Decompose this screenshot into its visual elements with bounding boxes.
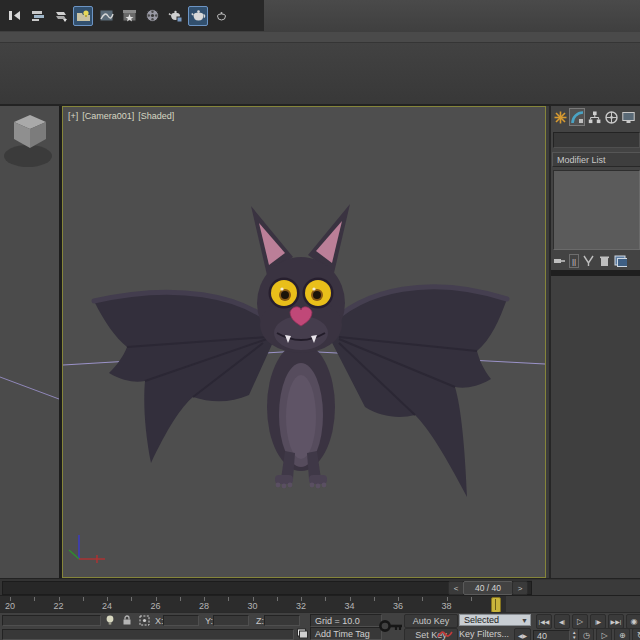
- key-filters-label: Key Filters...: [459, 629, 509, 639]
- trackbar-frame-label: 28: [199, 601, 209, 611]
- main-toolbar: [0, 0, 640, 33]
- go-to-end-icon: ▶▶|: [611, 618, 622, 625]
- render-setup-icon[interactable]: [119, 6, 139, 26]
- pan-button[interactable]: ⊕: [614, 628, 630, 640]
- cube-object[interactable]: [4, 115, 52, 167]
- trackbar-tick: [83, 597, 84, 601]
- playback-controls: |◀◀ ◀| ▷ |▶ ▶▶| ◉ ▦: [536, 614, 640, 629]
- show-end-result-icon[interactable]: ||: [569, 254, 579, 268]
- bat-model[interactable]: [94, 204, 507, 497]
- auto-key-label: Auto Key: [413, 616, 450, 626]
- prompt-line-field: [2, 629, 294, 640]
- lightbulb-icon[interactable]: [104, 614, 116, 628]
- trackbar-frame-label: 38: [441, 601, 451, 611]
- key-step-toggle-button[interactable]: ◀▶: [514, 628, 531, 640]
- go-to-start-icon: |◀◀: [539, 618, 550, 625]
- trackbar-frame-label: 32: [296, 601, 306, 611]
- tab-hierarchy[interactable]: [586, 108, 602, 126]
- remove-modifier-icon[interactable]: [598, 254, 611, 269]
- absolute-offset-mode-icon[interactable]: [138, 614, 151, 629]
- next-frame-button[interactable]: |▶: [590, 614, 606, 629]
- time-slider-row: < 40 / 40 >: [0, 578, 640, 595]
- trackbar-tick: [422, 597, 423, 601]
- layers-icon[interactable]: [27, 6, 47, 26]
- trackbar-tick: [131, 597, 132, 601]
- coord-y-field[interactable]: [213, 615, 249, 626]
- orbit-button[interactable]: ↻: [632, 628, 640, 640]
- tab-modify[interactable]: [569, 108, 585, 126]
- chevron-down-icon: ▼: [521, 617, 528, 624]
- viewport-left[interactable]: [0, 106, 59, 578]
- schematic-view-icon[interactable]: [50, 6, 70, 26]
- time-slider-prev-button[interactable]: <: [448, 581, 464, 595]
- key-filters-button[interactable]: Key Filters...: [456, 628, 512, 640]
- teapot-icon[interactable]: [188, 6, 208, 26]
- trackbar-tick: [277, 597, 278, 601]
- status-line-field[interactable]: [2, 615, 101, 626]
- video-icon[interactable]: [142, 6, 162, 26]
- trackbar-frame-label: 26: [150, 601, 160, 611]
- key-mode-toggle-button[interactable]: ◉: [626, 614, 640, 629]
- panel-empty-area: [551, 276, 640, 578]
- coord-z-field[interactable]: [264, 615, 300, 626]
- modifier-stack-list[interactable]: [553, 170, 640, 250]
- selection-lock-icon[interactable]: [121, 614, 133, 628]
- teapot-arrow-icon[interactable]: [165, 6, 185, 26]
- curve-editor-icon[interactable]: [96, 6, 116, 26]
- marker-center-line: [495, 599, 496, 610]
- tab-display[interactable]: [620, 108, 636, 126]
- time-slider-right-fill: [532, 580, 640, 595]
- selection-filter-dropdown[interactable]: Selected ▼: [459, 614, 531, 626]
- listener-window-icon[interactable]: [296, 627, 308, 640]
- current-frame-field[interactable]: 40: [533, 630, 570, 640]
- configure-modifier-sets-icon[interactable]: [614, 254, 627, 269]
- current-frame-marker[interactable]: [491, 597, 501, 612]
- previous-frame-button[interactable]: ◀|: [554, 614, 570, 629]
- time-slider-handle[interactable]: 40 / 40: [463, 581, 513, 595]
- next-frame-arrow: >: [518, 584, 523, 593]
- previous-frame-icon: ◀|: [559, 618, 565, 625]
- teapot-outline-icon[interactable]: [211, 6, 231, 26]
- play-button[interactable]: ▷: [572, 614, 588, 629]
- add-time-tag[interactable]: Add Time Tag: [310, 627, 382, 640]
- track-bar[interactable]: 20222426283032343638: [0, 595, 640, 612]
- tab-motion[interactable]: [603, 108, 619, 126]
- frame-spinner[interactable]: ▲▼: [572, 631, 576, 640]
- align-icon[interactable]: [4, 6, 24, 26]
- grid-setting-text: Grid = 10.0: [315, 616, 360, 626]
- zoom-region-button[interactable]: ▷: [596, 628, 612, 640]
- world-axis-gizmo: [69, 535, 105, 563]
- trackbar-tick: [471, 597, 472, 601]
- make-unique-icon[interactable]: [582, 254, 595, 269]
- time-slider-next-button[interactable]: >: [512, 581, 528, 595]
- object-name-field[interactable]: [553, 132, 640, 148]
- time-configuration-icon: ◷: [583, 631, 590, 640]
- set-key-curve-icon[interactable]: [437, 627, 453, 640]
- 3dsmax-window: [+] [Camera001] [Shaded]: [0, 0, 640, 640]
- trackbar-tick: [180, 597, 181, 601]
- pin-stack-icon[interactable]: [553, 254, 566, 269]
- go-to-start-button[interactable]: |◀◀: [536, 614, 552, 629]
- set-key-mode-key-icon[interactable]: [379, 618, 403, 636]
- trackbar-out-of-range: [506, 596, 640, 612]
- next-frame-icon: |▶: [595, 618, 601, 625]
- spinner-down-icon[interactable]: ▼: [572, 636, 576, 640]
- trackbar-ruler[interactable]: 20222426283032343638: [0, 596, 506, 612]
- modifier-list-dropdown[interactable]: Modifier List: [552, 152, 640, 167]
- tab-create[interactable]: [552, 108, 568, 126]
- go-to-end-button[interactable]: ▶▶|: [608, 614, 624, 629]
- trackbar-frame-label: 20: [5, 601, 15, 611]
- time-configuration-button[interactable]: ◷: [578, 628, 594, 640]
- viewport-camera[interactable]: [+] [Camera001] [Shaded]: [62, 106, 546, 578]
- grid-edge-line: [0, 377, 59, 399]
- auto-key-button[interactable]: Auto Key: [404, 614, 458, 628]
- coord-z-label: Z:: [256, 616, 264, 626]
- folder-lightbulb-icon[interactable]: [73, 6, 93, 26]
- current-frame-value: 40: [537, 631, 547, 640]
- time-slider-value: 40 / 40: [475, 583, 501, 593]
- trackbar-tick: [374, 597, 375, 601]
- key-step-icon: ◀▶: [518, 632, 527, 639]
- trackbar-frame-label: 30: [247, 601, 257, 611]
- coord-x-field[interactable]: [163, 615, 199, 626]
- trackbar-frame-label: 36: [393, 601, 403, 611]
